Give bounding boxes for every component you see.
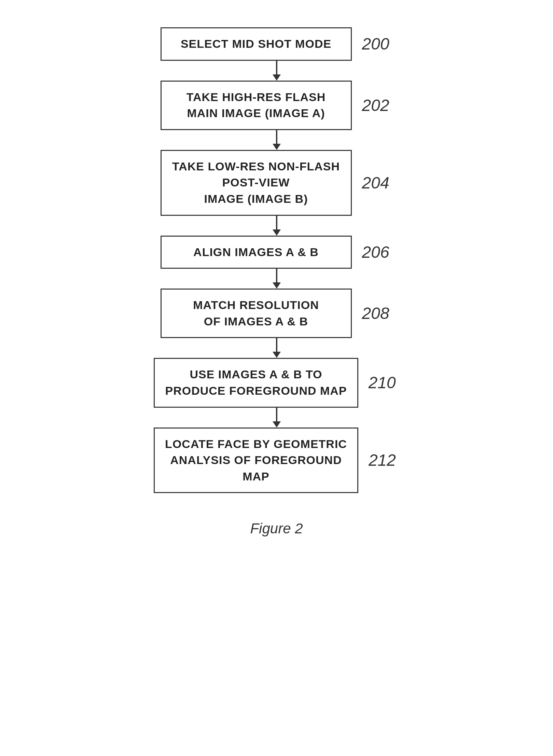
step-number-202: 202	[362, 96, 393, 115]
step-number-212: 212	[369, 451, 399, 470]
connector-line	[276, 216, 277, 229]
connector-3-4	[89, 269, 465, 289]
box-200: SELECT MID SHOT MODE	[161, 27, 352, 61]
box-208-line2: OF IMAGES A & B	[204, 315, 308, 328]
step-number-210: 210	[369, 373, 399, 392]
step-number-208: 208	[362, 304, 393, 323]
flow-row-212: LOCATE FACE BY GEOMETRIC ANALYSIS OF FOR…	[89, 428, 465, 493]
step-number-204: 204	[362, 173, 393, 192]
step-number-200: 200	[362, 34, 393, 53]
connector-line	[276, 61, 277, 74]
box-wrapper-210: USE IMAGES A & B TO PRODUCE FOREGROUND M…	[154, 358, 399, 407]
box-204-line1: TAKE LOW-RES NON-FLASH	[172, 160, 340, 173]
connector-line	[276, 130, 277, 144]
box-206: ALIGN IMAGES A & B	[161, 236, 352, 269]
flow-row-202: TAKE HIGH-RES FLASH MAIN IMAGE (IMAGE A)…	[89, 81, 465, 130]
connector-line	[276, 338, 277, 352]
page-container: SELECT MID SHOT MODE 200 TAKE HIGH-RES F…	[0, 0, 553, 756]
connector-0-1	[89, 61, 465, 81]
figure-caption: Figure 2	[250, 520, 303, 537]
box-wrapper-204: TAKE LOW-RES NON-FLASH POST-VIEW IMAGE (…	[161, 150, 393, 216]
box-212-line1: LOCATE FACE BY GEOMETRIC	[165, 437, 347, 450]
arrow-down	[273, 352, 281, 358]
connector-line	[276, 269, 277, 282]
box-204-line2: POST-VIEW	[222, 176, 290, 189]
box-204: TAKE LOW-RES NON-FLASH POST-VIEW IMAGE (…	[161, 150, 352, 216]
box-wrapper-206: ALIGN IMAGES A & B 206	[161, 236, 393, 269]
flow-row-210: USE IMAGES A & B TO PRODUCE FOREGROUND M…	[89, 358, 465, 407]
arrow-down	[273, 144, 281, 150]
connector-line	[276, 408, 277, 421]
box-208-line1: MATCH RESOLUTION	[193, 298, 319, 311]
arrow-down	[273, 74, 281, 81]
box-212: LOCATE FACE BY GEOMETRIC ANALYSIS OF FOR…	[154, 428, 358, 493]
box-204-line3: IMAGE (IMAGE B)	[204, 192, 308, 205]
connector-1-2	[89, 130, 465, 150]
flowchart: SELECT MID SHOT MODE 200 TAKE HIGH-RES F…	[89, 27, 465, 493]
connector-2-3	[89, 216, 465, 236]
flow-row-206: ALIGN IMAGES A & B 206	[89, 236, 465, 269]
box-wrapper-202: TAKE HIGH-RES FLASH MAIN IMAGE (IMAGE A)…	[161, 81, 393, 130]
connector-5-6	[89, 408, 465, 428]
box-212-line3: MAP	[243, 470, 269, 483]
box-210-line1: USE IMAGES A & B TO	[190, 368, 322, 381]
box-212-line2: ANALYSIS OF FOREGROUND	[170, 453, 342, 466]
arrow-down	[273, 229, 281, 236]
connector-4-5	[89, 338, 465, 358]
box-206-line1: ALIGN IMAGES A & B	[193, 246, 319, 258]
box-210: USE IMAGES A & B TO PRODUCE FOREGROUND M…	[154, 358, 358, 407]
arrow-down	[273, 421, 281, 428]
box-202: TAKE HIGH-RES FLASH MAIN IMAGE (IMAGE A)	[161, 81, 352, 130]
step-number-206: 206	[362, 243, 393, 262]
box-wrapper-208: MATCH RESOLUTION OF IMAGES A & B 208	[161, 289, 393, 338]
box-202-line2: MAIN IMAGE (IMAGE A)	[187, 107, 325, 120]
flow-row-204: TAKE LOW-RES NON-FLASH POST-VIEW IMAGE (…	[89, 150, 465, 216]
flow-row-208: MATCH RESOLUTION OF IMAGES A & B 208	[89, 289, 465, 338]
box-208: MATCH RESOLUTION OF IMAGES A & B	[161, 289, 352, 338]
arrow-down	[273, 282, 281, 289]
box-202-line1: TAKE HIGH-RES FLASH	[186, 90, 326, 103]
box-210-line2: PRODUCE FOREGROUND MAP	[165, 384, 347, 397]
flow-row-200: SELECT MID SHOT MODE 200	[89, 27, 465, 61]
box-wrapper-212: LOCATE FACE BY GEOMETRIC ANALYSIS OF FOR…	[154, 428, 399, 493]
box-wrapper-200: SELECT MID SHOT MODE 200	[161, 27, 393, 61]
box-200-line1: SELECT MID SHOT MODE	[181, 37, 331, 50]
